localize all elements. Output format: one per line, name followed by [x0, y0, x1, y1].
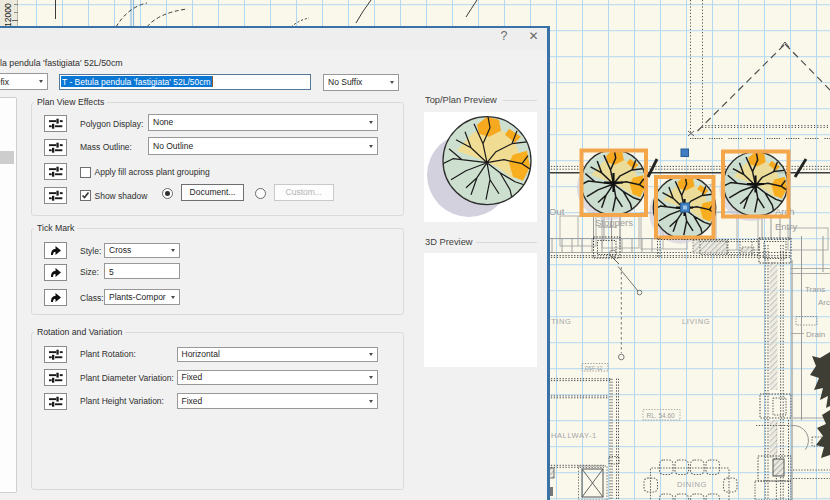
svg-text:HALLWAY-1: HALLWAY-1 [551, 431, 597, 440]
svg-text:TTING: TTING [546, 317, 572, 326]
svg-text:LIVING: LIVING [682, 317, 710, 326]
svg-text:DSF-12: DSF-12 [585, 365, 602, 371]
svg-text:Trans: Trans [805, 285, 825, 294]
svg-text:Entry: Entry [775, 221, 797, 232]
svg-text:Drain: Drain [806, 330, 825, 339]
svg-text:Arc: Arc [818, 298, 830, 307]
svg-text:Out: Out [549, 206, 565, 217]
svg-text:RL. 54.60: RL. 54.60 [647, 412, 676, 419]
svg-text:DINING: DINING [677, 480, 707, 489]
